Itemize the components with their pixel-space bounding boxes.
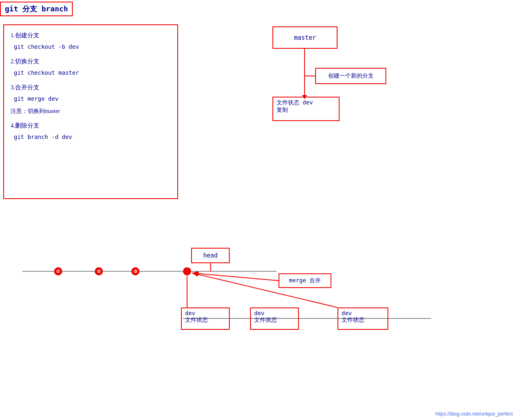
page-title: git 分支 branch [0, 2, 73, 16]
head-arrow-line [210, 263, 211, 271]
note-merge: 注意：切换到master [11, 106, 171, 116]
dev-box-1-line1: dev [185, 310, 226, 316]
create-branch-box: 创建一个新的分支 [315, 68, 386, 84]
dev-box-3-line2: 文件状态 [342, 316, 384, 324]
dev-copy-line2: 复制 [277, 106, 335, 114]
url-text: https://blog.csdn.net/unique_perfect [435, 411, 513, 417]
info-panel: 1.创建分支 git checkout -b dev 2.切换分支 git ch… [3, 24, 178, 199]
code-delete: git branch -d dev [14, 132, 171, 142]
dev-box-3-line1: dev [342, 310, 384, 316]
label-merge: 3.合并分支 [11, 82, 171, 93]
dev-copy-box: 文件状态 dev 复制 [272, 97, 340, 121]
section-merge: 3.合并分支 git merge dev 注意：切换到master [11, 82, 171, 116]
section-switch: 2.切换分支 git checkout master [11, 56, 171, 78]
section-delete: 4.删除分支 git branch -d dev [11, 120, 171, 142]
code-merge: git merge dev [14, 94, 171, 104]
label-delete: 4.删除分支 [11, 120, 171, 131]
label-create: 1.创建分支 [11, 30, 171, 41]
dev-box-3: dev 文件状态 [337, 307, 388, 330]
dev-copy-line1: 文件状态 dev [277, 99, 335, 106]
main-line-right [187, 271, 277, 272]
create-branch-label: 创建一个新的分支 [328, 72, 374, 80]
svg-line-7 [192, 273, 279, 281]
merge-box: merge 合并 [279, 273, 331, 288]
head-label: head [203, 252, 218, 259]
dev-box-2-line2: 文件状态 [254, 316, 295, 324]
dev-box-1: dev 文件状态 [181, 307, 230, 330]
dev-box-2-line1: dev [254, 310, 295, 316]
master-label: master [294, 34, 316, 41]
code-create: git checkout -b dev [14, 42, 171, 52]
master-to-dev-arrow [304, 49, 305, 96]
head-box: head [191, 248, 230, 263]
dev-box-1-line2: 文件状态 [185, 316, 226, 324]
section-create: 1.创建分支 git checkout -b dev [11, 30, 171, 52]
merge-label: merge 合并 [289, 277, 321, 284]
label-switch: 2.切换分支 [11, 56, 171, 67]
master-box: master [272, 26, 337, 49]
dev-box-2: dev 文件状态 [250, 307, 299, 330]
code-switch: git checkout master [14, 68, 171, 78]
